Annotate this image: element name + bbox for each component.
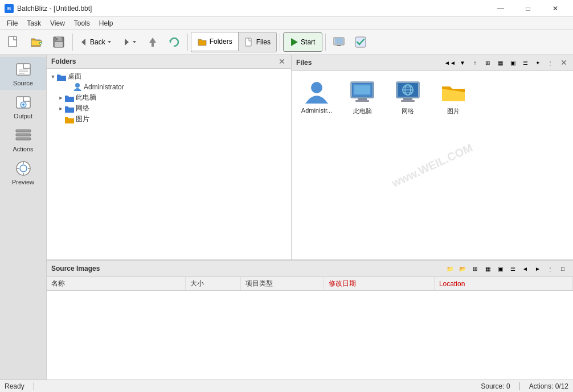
files-icon-9[interactable]: ⋮	[545, 57, 556, 68]
toolbar-separator-3	[280, 34, 280, 51]
user-administrator-icon	[73, 82, 82, 92]
back-icon	[80, 38, 89, 47]
toolbar-btn-6[interactable]	[350, 32, 371, 52]
menu-help[interactable]: Help	[95, 18, 118, 28]
back-label: Back	[90, 38, 105, 46]
file-label-administrator: Administr...	[301, 107, 332, 114]
sidebar-item-output[interactable]: Output	[0, 90, 46, 123]
close-button[interactable]: ✕	[542, 0, 568, 17]
source-icon-btn-2[interactable]: 📂	[457, 263, 468, 274]
expand-network[interactable]: ►	[57, 105, 65, 113]
new-button[interactable]	[2, 32, 24, 52]
col-header-size[interactable]: 大小	[185, 277, 240, 291]
menu-tools[interactable]: Tools	[69, 18, 95, 28]
minimize-button[interactable]: —	[488, 0, 514, 17]
menu-file[interactable]: File	[2, 18, 22, 28]
tree-item-administrator[interactable]: ▶ Administrator	[49, 82, 289, 92]
sidebar: Source Output Ac	[0, 55, 47, 379]
svg-rect-15	[245, 38, 251, 46]
refresh-button[interactable]	[164, 32, 185, 52]
tree-item-computer[interactable]: ► 此电脑	[49, 92, 289, 103]
file-item-network[interactable]: 网络	[387, 76, 428, 118]
menu-view[interactable]: View	[46, 18, 69, 28]
col-header-type[interactable]: 项目类型	[240, 277, 324, 291]
toolbar-separator-1	[72, 34, 73, 51]
files-panel-header: Files ◄◄ ▼ ↑ ⊞ ▦ ▣ ☰ ✦ ⋮	[292, 55, 573, 71]
files-icon-8[interactable]: ✦	[532, 57, 543, 68]
folders-tree-view[interactable]: ▼ 桌面 ▶	[47, 69, 291, 259]
source-icon-btn-9[interactable]: ⋮	[545, 263, 556, 274]
status-divider-1	[34, 382, 34, 390]
file-item-administrator[interactable]: Administr...	[296, 76, 337, 118]
tree-item-pictures[interactable]: ► 图片	[49, 114, 289, 125]
sidebar-item-actions[interactable]: Actions	[0, 123, 46, 156]
source-icon-btn-1[interactable]: 📁	[444, 263, 456, 274]
window-title: BatchBlitz - [Untitled.bbt]	[17, 5, 92, 13]
svg-rect-49	[401, 100, 415, 102]
source-icon-btn-7[interactable]: ◄	[519, 263, 531, 274]
source-icon-btn-5[interactable]: ▣	[494, 263, 506, 274]
files-icon	[244, 37, 254, 47]
open-icon	[29, 35, 43, 49]
svg-point-38	[75, 83, 80, 88]
source-icon-btn-3[interactable]: ⊞	[469, 263, 481, 274]
files-icon-5[interactable]: ▦	[494, 57, 506, 68]
col-header-date[interactable]: 修改日期	[324, 277, 434, 291]
pictures-folder-icon	[65, 115, 74, 124]
file-icon-computer	[349, 79, 376, 106]
col-header-location[interactable]: Location	[434, 277, 572, 291]
svg-marker-9	[108, 41, 111, 43]
file-icon-administrator	[303, 79, 330, 106]
new-icon	[6, 35, 20, 49]
expand-administrator[interactable]: ▶	[65, 83, 73, 91]
tree-item-network[interactable]: ► 网络	[49, 103, 289, 114]
source-table-header-row: 名称 大小 项目类型 修改日期 Location	[47, 277, 573, 291]
up-icon	[146, 36, 159, 48]
files-icon-1[interactable]: ◄◄	[444, 57, 456, 68]
file-item-computer[interactable]: 此电脑	[342, 76, 383, 118]
svg-rect-19	[335, 38, 343, 44]
source-icon-btn-4[interactable]: ▦	[482, 263, 493, 274]
files-button[interactable]: Files	[238, 32, 276, 52]
actions-label: Actions	[13, 146, 33, 152]
files-panel-title: Files	[296, 59, 312, 67]
status-ready: Ready	[5, 382, 24, 390]
title-bar-left: B BatchBlitz - [Untitled.bbt]	[5, 4, 92, 13]
folders-panel-close[interactable]: ✕	[277, 57, 286, 66]
expand-computer[interactable]: ►	[57, 94, 65, 102]
back-button[interactable]: Back	[76, 32, 116, 52]
title-bar: B BatchBlitz - [Untitled.bbt] — □ ✕	[0, 0, 573, 17]
col-header-name[interactable]: 名称	[47, 277, 185, 291]
menu-task[interactable]: Task	[22, 18, 46, 28]
maximize-button[interactable]: □	[515, 0, 541, 17]
files-icon-3[interactable]: ↑	[469, 57, 481, 68]
source-icon-btn-10[interactable]: □	[557, 263, 568, 274]
files-icon-4[interactable]: ⊞	[482, 57, 493, 68]
main-content: Source Output Ac	[0, 55, 573, 379]
file-item-pictures[interactable]: 图片	[433, 76, 474, 118]
files-panel-close[interactable]: ✕	[559, 58, 568, 67]
svg-rect-31	[16, 138, 31, 140]
source-icon-btn-6[interactable]: ☰	[507, 263, 518, 274]
sidebar-item-source[interactable]: Source	[0, 57, 46, 90]
refresh-icon	[168, 36, 181, 48]
expand-pictures[interactable]: ►	[57, 115, 65, 123]
open-button[interactable]	[25, 32, 47, 52]
tree-label-network: 网络	[76, 104, 89, 113]
expand-desktop[interactable]: ▼	[49, 73, 57, 81]
toolbar-btn-5[interactable]	[329, 32, 349, 52]
files-icon-6[interactable]: ▣	[507, 57, 518, 68]
folders-button[interactable]: Folders	[191, 32, 239, 51]
files-icon-2[interactable]: ▼	[457, 57, 468, 68]
source-icon-btn-8[interactable]: ►	[532, 263, 543, 274]
files-icon-7[interactable]: ☰	[519, 57, 531, 68]
source-images-header: Source Images 📁 📂 ⊞ ▦ ▣ ☰ ◄ ► ⋮ □	[47, 261, 573, 277]
computer-icon	[65, 93, 74, 102]
source-label: Source	[13, 80, 33, 86]
up-button[interactable]	[142, 32, 163, 52]
forward-button[interactable]	[117, 32, 141, 52]
save-button[interactable]	[48, 32, 69, 52]
tree-item-desktop[interactable]: ▼ 桌面	[49, 71, 289, 82]
start-button[interactable]: Start	[283, 32, 322, 52]
sidebar-item-preview[interactable]: Preview	[0, 156, 46, 189]
